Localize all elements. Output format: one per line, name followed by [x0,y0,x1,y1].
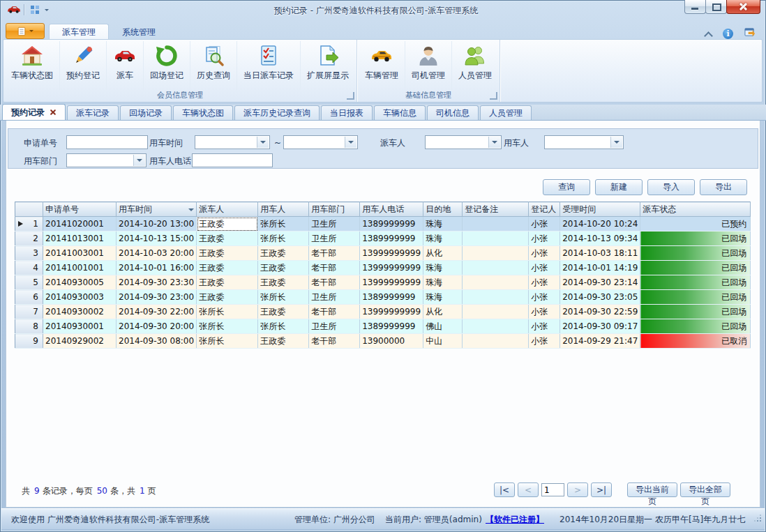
export-current-page-button[interactable]: 导出当前页 [627,482,677,497]
row-header[interactable]: 4 [15,261,43,275]
ribbon-button-label: 人员管理 [458,70,492,82]
row-header[interactable]: 7 [15,305,43,319]
chevron-down-icon[interactable] [345,137,356,148]
driver-manage-button[interactable]: 司机管理 [405,41,451,90]
cell-accept_time: 2014-10-01 14:19 [560,261,640,275]
doctab-daily-report[interactable]: 当日报表 [321,105,373,120]
vehicle-manage-button[interactable]: 车辆管理 [359,41,405,90]
history-query-button[interactable]: 历史查询 [190,41,236,90]
collapse-ribbon-icon[interactable] [705,31,712,37]
app-window: 预约记录 - 广州爱奇迪软件科技有限公司-派车管理系统 派车管理系统管理 i 车… [0,0,766,532]
row-header[interactable]: 8 [15,319,43,334]
user-combo[interactable] [544,135,624,149]
table-row[interactable]: 2201410130012014-10-13 15:00王政委张所长卫生所138… [15,231,751,246]
dispatch-button[interactable]: 派车 [106,41,143,90]
chevron-down-icon[interactable] [610,137,622,148]
query-button[interactable]: 查询 [543,179,590,195]
dialog-launcher-icon[interactable] [490,92,497,100]
column-header-remark[interactable]: 登记备注 [463,202,529,217]
chevron-down-icon[interactable] [488,137,500,148]
resize-grip[interactable] [753,514,762,522]
tab-system-manage[interactable]: 系统管理 [109,24,169,39]
table-row[interactable]: 6201409300032014-09-30 23:00王政委张所长卫生所138… [15,290,751,305]
cell-use_time: 2014-09-30 20:00 [117,319,197,334]
row-header[interactable]: 2 [15,231,43,246]
column-header-destination[interactable]: 目的地 [423,202,463,217]
registered-link[interactable]: 【软件已注册】 [486,514,544,526]
dispatcher-combo[interactable] [425,135,502,149]
cell-registrar: 小张 [529,275,560,290]
new-button[interactable]: 新建 [595,179,643,195]
tab-dispatch-manage[interactable]: 派车管理 [49,24,109,39]
chevron-down-icon[interactable] [133,155,145,166]
window-style-icon[interactable] [744,26,756,40]
table-row[interactable]: 5201409300052014-09-30 23:30王政委王政委老干部139… [15,275,751,290]
doctab-return-records[interactable]: 回场记录 [120,105,172,120]
table-row[interactable]: 3201410030012014-10-03 20:00王政委王政委老干部139… [15,246,751,261]
column-header-apply_no[interactable]: 申请单号 [43,202,117,217]
doctab-vehicle-info[interactable]: 车辆信息 [374,105,426,120]
table-row[interactable]: 7201409300022014-09-30 22:00张所长王政委老干部139… [15,305,751,319]
table-row[interactable]: 8201409300012014-09-30 20:00张所长张所长卫生所138… [15,319,751,334]
export-all-pages-button[interactable]: 导出全部页 [680,482,730,497]
cell-accept_time: 2014-09-30 22:59 [560,305,640,319]
column-header-accept_time[interactable]: 受理时间 [560,202,640,217]
column-header-status[interactable]: 派车状态 [640,202,751,217]
column-header-department[interactable]: 用车部门 [309,202,360,217]
cell-use_time: 2014-09-30 22:00 [117,305,197,319]
row-header[interactable]: 9 [15,334,43,349]
quick-access-toolbar-icon[interactable] [29,4,53,16]
vehicle-status-chart-button[interactable]: 车辆状态图 [5,41,59,90]
doctab-vehicle-status-chart[interactable]: 车辆状态图 [173,105,233,120]
last-page-button[interactable]: >| [591,482,612,497]
table-row[interactable]: 1201410200012014-10-20 13:00王政委张所长卫生所138… [15,217,751,231]
application-menu-button[interactable] [6,23,45,39]
row-header[interactable]: 6 [15,290,43,305]
page-number-input[interactable] [541,483,564,496]
personnel-manage-button[interactable]: 人员管理 [451,41,498,90]
department-combo[interactable] [66,153,147,167]
first-page-button[interactable]: |< [494,482,515,497]
doctab-reservation-records[interactable]: 预约记录 [2,104,66,120]
return-register-button[interactable]: 回场登记 [143,41,190,90]
titlebar: 预约记录 - 广州爱奇迪软件科技有限公司-派车管理系统 [0,0,766,21]
table-row[interactable]: 4201410010012014-10-01 16:00王政委王政委老干部139… [15,261,751,275]
info-icon[interactable]: i [723,29,733,39]
column-header-user[interactable]: 用车人 [258,202,309,217]
doctab-dispatch-records[interactable]: 派车记录 [67,105,119,120]
export-button[interactable]: 导出 [700,179,747,195]
reservation-register-button[interactable]: 预约登记 [59,41,106,90]
prev-page-button[interactable]: < [518,482,539,497]
next-page-button[interactable]: > [567,482,588,497]
row-header[interactable]: 1 [15,217,43,231]
use-time-from-combo[interactable] [195,135,270,149]
column-header-registrar[interactable]: 登记人 [529,202,560,217]
apply-no-input[interactable] [66,135,148,149]
column-header-phone[interactable]: 用车人电话 [360,202,423,217]
column-header-dispatcher[interactable]: 派车人 [197,202,258,217]
use-time-to-combo[interactable] [283,135,358,149]
titlebar-separator [24,4,25,15]
extend-screen-button[interactable]: 扩展屏显示 [300,41,355,90]
daily-dispatch-records-button[interactable]: 当日派车记录 [236,41,300,90]
table-row[interactable]: 9201409290022014-09-30 08:00张所长王政委老干部139… [15,334,751,349]
checklist-icon [257,44,280,68]
cell-dispatcher[interactable]: 王政委 [197,217,258,231]
ribbon-group-label: 基础信息管理 [357,90,500,102]
column-header-use_time[interactable]: 用车时间 [117,202,197,217]
column-header-rowheader[interactable] [15,202,43,217]
doctab-driver-info[interactable]: 司机信息 [427,105,479,120]
row-header[interactable]: 3 [15,246,43,261]
doctab-dispatch-history-query[interactable]: 派车历史记录查询 [234,105,320,120]
doctab-personnel-manage[interactable]: 人员管理 [480,105,532,120]
row-header[interactable]: 5 [15,275,43,290]
close-tab-icon[interactable] [50,109,57,116]
close-button[interactable] [726,0,760,14]
phone-input[interactable] [192,153,273,167]
cell-use_time: 2014-10-13 15:00 [117,231,197,246]
minimize-button[interactable] [684,0,706,14]
maximize-button[interactable] [705,0,727,14]
import-button[interactable]: 导入 [647,179,695,195]
dialog-launcher-icon[interactable] [347,92,354,100]
chevron-down-icon[interactable] [257,137,269,148]
